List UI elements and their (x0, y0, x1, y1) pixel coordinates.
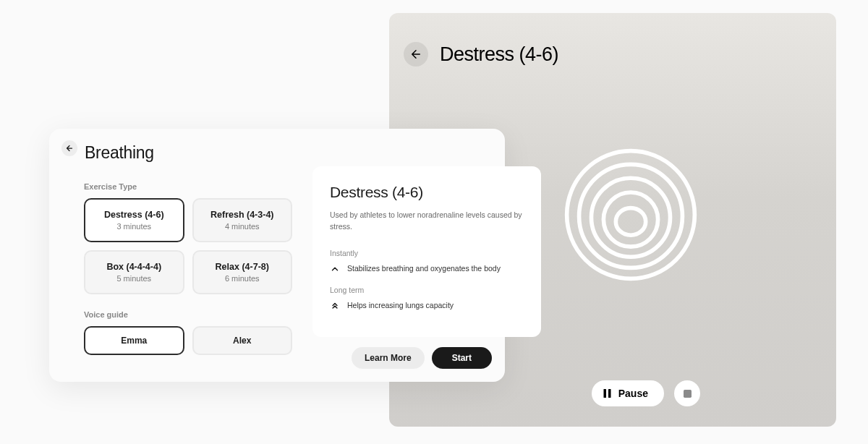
exercise-config-card: Exercise Type Destress (4-6) 3 minutes R… (49, 129, 505, 382)
back-button[interactable] (61, 140, 77, 156)
detail-title: Destress (4-6) (330, 184, 524, 201)
exercise-option-refresh[interactable]: Refresh (4-3-4) 4 minutes (192, 198, 293, 242)
exercise-option-box[interactable]: Box (4-4-4-4) 5 minutes (84, 250, 184, 294)
exercise-duration: 6 minutes (200, 274, 286, 283)
exercise-name: Box (4-4-4-4) (91, 262, 177, 272)
pause-icon (603, 389, 611, 398)
voice-option-alex[interactable]: Alex (192, 326, 293, 355)
exercise-type-label: Exercise Type (84, 182, 292, 191)
start-button[interactable]: Start (432, 347, 492, 369)
exercise-option-relax[interactable]: Relax (4-7-8) 6 minutes (192, 250, 293, 294)
svg-point-3 (603, 192, 658, 247)
learn-more-button[interactable]: Learn More (352, 347, 425, 369)
instantly-benefit: Stabilizes breathing and oxygenates the … (347, 263, 501, 274)
exercise-name: Refresh (4-3-4) (200, 210, 286, 220)
stop-icon (684, 390, 692, 398)
svg-rect-6 (608, 389, 611, 398)
page-title: Breathing (85, 143, 154, 163)
instantly-label: Instantly (330, 249, 524, 257)
longterm-label: Long term (330, 286, 524, 294)
breathing-animation (563, 147, 699, 283)
exercise-duration: 4 minutes (200, 222, 286, 231)
longterm-benefit: Helps increasing lungs capacity (347, 300, 454, 311)
exercise-option-destress[interactable]: Destress (4-6) 3 minutes (84, 198, 184, 242)
svg-rect-5 (603, 389, 606, 398)
arrow-left-icon (65, 144, 74, 153)
chevron-up-icon (330, 264, 340, 274)
chevrons-up-icon (330, 301, 340, 311)
exercise-duration: 3 minutes (91, 222, 177, 231)
exercise-name: Destress (4-6) (91, 210, 177, 220)
voice-guide-label: Voice guide (84, 310, 292, 319)
svg-point-4 (616, 208, 645, 236)
exercise-detail-panel: Destress (4-6) Used by athletes to lower… (312, 166, 541, 337)
exercise-duration: 5 minutes (91, 274, 177, 283)
pause-label: Pause (618, 388, 648, 399)
player-back-button[interactable] (404, 42, 428, 67)
pause-button[interactable]: Pause (592, 380, 664, 406)
player-title: Destress (4-6) (440, 43, 558, 66)
voice-option-emma[interactable]: Emma (84, 326, 184, 355)
exercise-name: Relax (4-7-8) (200, 262, 286, 272)
stop-button[interactable] (674, 380, 700, 406)
arrow-left-icon (409, 48, 422, 61)
detail-description: Used by athletes to lower noradrenaline … (330, 210, 524, 233)
svg-point-0 (567, 151, 695, 279)
svg-rect-7 (684, 390, 692, 398)
